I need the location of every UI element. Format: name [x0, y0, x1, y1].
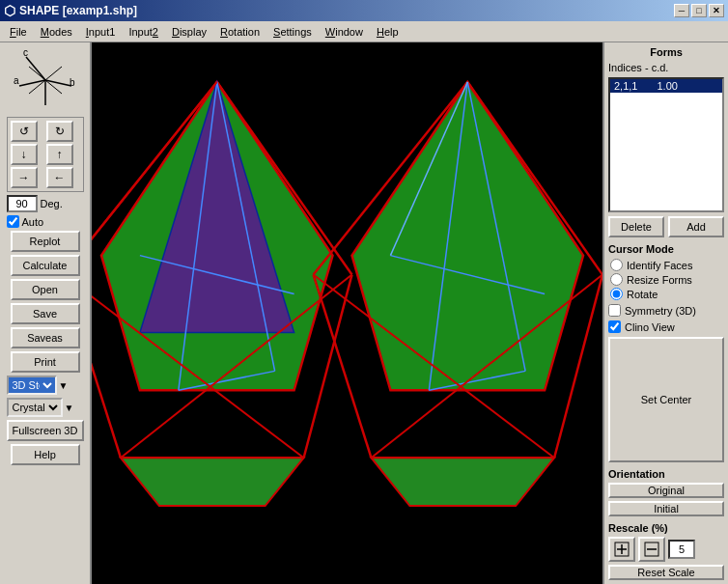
degree-input[interactable] [7, 195, 38, 212]
menu-input1[interactable]: Input1 [80, 24, 122, 40]
rotate-cw-button[interactable]: ↻ [46, 121, 73, 142]
rotate-right-button[interactable]: → [11, 167, 38, 188]
rescale-section: Rescale (%) Reset Scale [608, 520, 724, 580]
rotate-ccw-button[interactable]: ↺ [11, 121, 38, 142]
open-button[interactable]: Open [11, 279, 80, 300]
svg-text:c: c [23, 49, 28, 58]
crystal-dropdown-arrow[interactable]: ▼ [65, 403, 74, 413]
rescale-increase-button[interactable] [638, 537, 665, 562]
menu-display[interactable]: Display [166, 24, 212, 40]
axes-diagram: c a b [7, 46, 84, 114]
symmetry-checkbox[interactable] [608, 304, 621, 317]
forms-button-row: Delete Add [608, 216, 724, 237]
canvas-area[interactable] [92, 42, 602, 584]
orientation-label: Orientation [608, 468, 724, 480]
help-button[interactable]: Help [11, 444, 80, 465]
right-panel: Forms Indices - c.d. 2,1,1 1.00 Delete A… [602, 42, 728, 584]
rescale-controls-row [608, 537, 724, 562]
auto-checkbox[interactable] [7, 215, 19, 228]
menu-rotation[interactable]: Rotation [214, 24, 266, 40]
menu-window[interactable]: Window [320, 24, 369, 40]
saveas-button[interactable]: Saveas [11, 327, 80, 348]
fullscreen-button[interactable]: Fullscreen 3D [7, 420, 84, 441]
forms-listbox[interactable]: 2,1,1 1.00 [608, 77, 724, 212]
add-button[interactable]: Add [668, 216, 724, 237]
symmetry-label: Symmetry (3D) [625, 305, 696, 317]
save-button[interactable]: Save [11, 303, 80, 324]
identify-faces-label: Identify Faces [627, 260, 692, 271]
rotate-up-button[interactable]: ↑ [46, 144, 73, 165]
crystal-mode-row: Crystal Morph ▼ [7, 398, 84, 417]
clino-view-row: Clino View [608, 320, 724, 333]
svg-marker-37 [371, 458, 554, 506]
symmetry-row: Symmetry (3D) [608, 304, 724, 317]
view-mode-dropdown-arrow[interactable]: ▼ [59, 380, 69, 391]
rotate-row: Rotate [610, 288, 724, 300]
resize-forms-label: Resize Forms [627, 274, 692, 286]
orientation-section: Orientation Original Initial [608, 466, 724, 516]
rescale-label: Rescale (%) [608, 522, 724, 534]
view-mode-row: 3D StePar 3D 2D ▼ [7, 375, 84, 395]
cd-value: 1.00 [657, 80, 677, 92]
replot-button[interactable]: Replot [11, 231, 80, 252]
resize-forms-radio[interactable] [610, 273, 623, 286]
listbox-item[interactable]: 2,1,1 1.00 [610, 79, 722, 93]
indices-value: 2,1,1 [614, 80, 637, 92]
crystal-mode-select[interactable]: Crystal Morph [7, 398, 63, 417]
menu-file[interactable]: File [4, 24, 33, 40]
degree-label: Deg. [41, 198, 63, 209]
rescale-decrease-button[interactable] [608, 537, 635, 562]
indices-label: Indices - c.d. [608, 62, 724, 73]
initial-button[interactable]: Initial [608, 501, 724, 516]
menu-bar: File Modes Input1 Input2 Display Rotatio… [0, 21, 728, 42]
rotation-controls: ↺ ↻ ↓ ↑ → ← [7, 117, 84, 192]
rotate-label: Rotate [627, 289, 658, 300]
original-button[interactable]: Original [608, 483, 724, 498]
auto-label: Auto [22, 216, 44, 228]
view-mode-select[interactable]: 3D StePar 3D 2D [7, 375, 57, 395]
3d-view [92, 42, 602, 584]
rotate-radio[interactable] [610, 288, 623, 300]
svg-line-27 [314, 275, 372, 459]
maximize-button[interactable]: □ [691, 4, 707, 17]
cursor-mode-label: Cursor Mode [608, 243, 724, 255]
close-button[interactable]: ✕ [709, 4, 724, 17]
set-center-button[interactable]: Set Center [608, 337, 724, 462]
reset-scale-button[interactable]: Reset Scale [608, 565, 724, 580]
menu-settings[interactable]: Settings [267, 24, 318, 40]
window-title: SHAPE [examp1.shp] [19, 4, 137, 17]
svg-marker-24 [351, 82, 583, 390]
identify-faces-row: Identify Faces [610, 259, 724, 271]
rotate-down-button[interactable]: ↓ [11, 144, 38, 165]
window-controls[interactable]: ─ □ ✕ [674, 4, 724, 17]
clino-view-label: Clino View [625, 321, 675, 333]
resize-forms-row: Resize Forms [610, 273, 724, 286]
svg-line-0 [26, 57, 45, 80]
auto-check-row: Auto [7, 215, 84, 228]
menu-modes[interactable]: Modes [35, 24, 78, 40]
menu-input2[interactable]: Input2 [123, 24, 164, 40]
menu-help[interactable]: Help [371, 24, 405, 40]
delete-button[interactable]: Delete [608, 216, 664, 237]
minimize-button[interactable]: ─ [674, 4, 689, 17]
rotate-left-button[interactable]: ← [46, 167, 73, 188]
svg-text:a: a [14, 75, 19, 86]
calculate-button[interactable]: Calculate [11, 255, 80, 276]
identify-faces-radio[interactable] [610, 259, 623, 271]
title-bar: ⬡ SHAPE [examp1.shp] ─ □ ✕ [0, 0, 728, 21]
cursor-mode-group: Identify Faces Resize Forms Rotate [608, 259, 724, 300]
left-sidebar: c a b ↺ ↻ ↓ ↑ → ← [0, 42, 92, 584]
print-button[interactable]: Print [11, 351, 80, 373]
rescale-value-input[interactable] [668, 540, 695, 559]
svg-marker-23 [121, 458, 304, 506]
degree-row: Deg. [7, 195, 84, 212]
clino-view-checkbox[interactable] [608, 320, 621, 333]
forms-label: Forms [608, 46, 724, 58]
svg-text:b: b [70, 77, 75, 88]
